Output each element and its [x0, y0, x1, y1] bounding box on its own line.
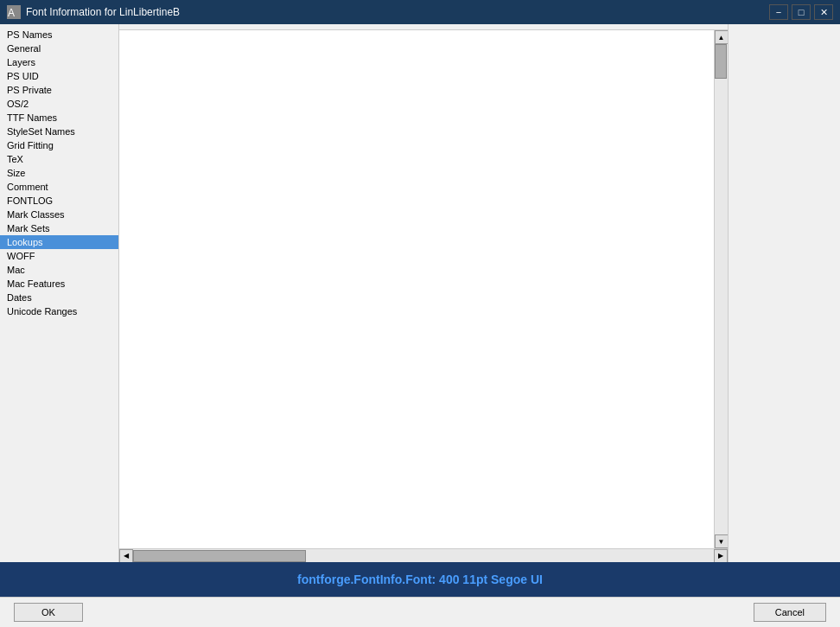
sidebar-item-mac[interactable]: Mac [0, 263, 118, 277]
title-bar: A Font Information for LinLibertineB − □… [0, 0, 840, 24]
sidebar-item-grid-fitting[interactable]: Grid Fitting [0, 138, 118, 152]
scroll-track [715, 44, 729, 534]
close-button[interactable]: ✕ [814, 4, 833, 20]
sidebar-item-styleset-names[interactable]: StyleSet Names [0, 125, 118, 138]
sidebar-item-dates[interactable]: Dates [0, 291, 118, 304]
h-scroll-left-arrow[interactable]: ◀ [119, 549, 133, 563]
sidebar-item-mac-features[interactable]: Mac Features [0, 277, 118, 291]
footer: OK Cancel [0, 597, 840, 627]
sidebar-item-layers[interactable]: Layers [0, 55, 118, 69]
main-container: PS NamesGeneralLayersPS UIDPS PrivateOS/… [0, 24, 840, 627]
sidebar-item-size[interactable]: Size [0, 166, 118, 180]
sidebar-item-lookups[interactable]: Lookups [0, 235, 118, 249]
window-title: Font Information for LinLibertineB [26, 6, 180, 18]
lookup-list[interactable] [119, 30, 714, 548]
scroll-thumb[interactable] [715, 44, 727, 79]
tab-bar [119, 24, 728, 30]
scroll-up-arrow[interactable]: ▲ [715, 30, 729, 44]
sidebar-item-ttf-names[interactable]: TTF Names [0, 111, 118, 125]
ok-button[interactable]: OK [14, 603, 83, 622]
sidebar-item-ps-private[interactable]: PS Private [0, 83, 118, 97]
sidebar-item-general[interactable]: General [0, 42, 118, 55]
cancel-button[interactable]: Cancel [754, 603, 826, 622]
vertical-scrollbar[interactable]: ▲ ▼ [714, 30, 728, 548]
minimize-button[interactable]: − [769, 4, 788, 20]
horizontal-scrollbar[interactable]: ◀ ▶ [119, 548, 728, 562]
sidebar-item-ps-names[interactable]: PS Names [0, 28, 118, 42]
h-scroll-track [133, 549, 714, 563]
sidebar-item-woff[interactable]: WOFF [0, 249, 118, 263]
right-panel [728, 24, 840, 562]
maximize-button[interactable]: □ [792, 4, 811, 20]
sidebar-item-tex[interactable]: TeX [0, 152, 118, 166]
h-scroll-right-arrow[interactable]: ▶ [714, 549, 728, 563]
sidebar-item-ps-uid[interactable]: PS UID [0, 69, 118, 83]
sidebar-item-os2[interactable]: OS/2 [0, 97, 118, 111]
sidebar: PS NamesGeneralLayersPS UIDPS PrivateOS/… [0, 24, 119, 562]
app-icon: A [7, 5, 21, 19]
sidebar-item-comment[interactable]: Comment [0, 180, 118, 194]
scroll-down-arrow[interactable]: ▼ [715, 534, 729, 548]
content-area: PS NamesGeneralLayersPS UIDPS PrivateOS/… [0, 24, 840, 562]
status-bar: fontforge.FontInfo.Font: 400 11pt Segoe … [0, 562, 840, 597]
sidebar-item-unicode-ranges[interactable]: Unicode Ranges [0, 304, 118, 318]
main-panel: ▲ ▼ ◀ ▶ [119, 24, 728, 562]
status-text: fontforge.FontInfo.Font: 400 11pt Segoe … [297, 573, 543, 586]
svg-text:A: A [8, 7, 15, 19]
window-controls: − □ ✕ [769, 4, 833, 20]
sidebar-item-mark-sets[interactable]: Mark Sets [0, 221, 118, 235]
h-scroll-thumb[interactable] [133, 550, 306, 562]
sidebar-item-mark-classes[interactable]: Mark Classes [0, 208, 118, 221]
sidebar-item-fontlog[interactable]: FONTLOG [0, 194, 118, 208]
